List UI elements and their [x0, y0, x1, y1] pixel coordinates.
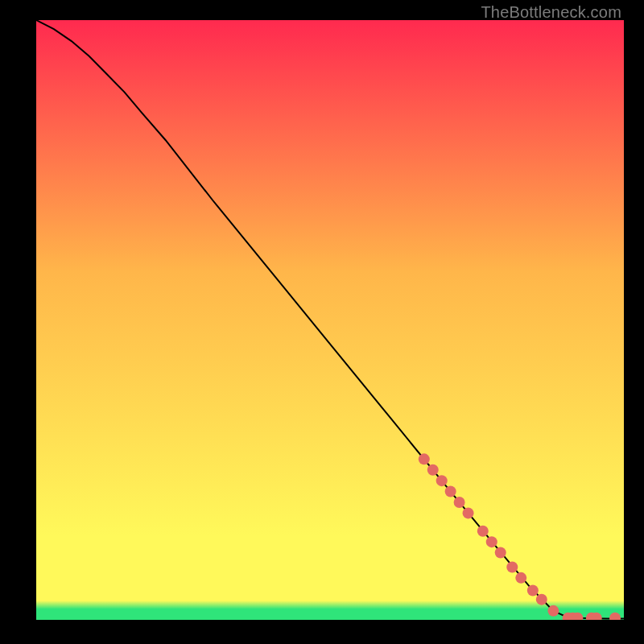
data-marker — [419, 453, 430, 464]
watermark-text: TheBottleneck.com — [481, 3, 621, 22]
data-marker — [515, 572, 526, 584]
data-marker — [463, 507, 474, 518]
data-marker — [527, 585, 539, 597]
data-marker — [436, 475, 448, 486]
data-marker — [506, 561, 518, 572]
plot-area — [36, 20, 624, 620]
chart-frame: TheBottleneck.com — [0, 0, 644, 644]
chart-svg — [36, 20, 624, 620]
data-marker — [547, 605, 559, 617]
data-marker — [427, 464, 439, 476]
data-marker — [536, 594, 547, 605]
data-marker — [445, 486, 456, 497]
data-marker — [454, 497, 465, 508]
data-marker — [477, 526, 489, 537]
data-marker — [495, 547, 506, 559]
gradient-background — [36, 20, 624, 620]
data-marker — [486, 536, 497, 547]
